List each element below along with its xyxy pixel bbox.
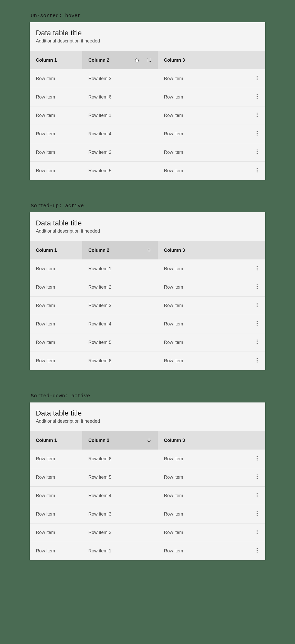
overflow-vertical-icon [257,131,258,137]
svg-point-20 [257,269,258,270]
overflow-menu-button[interactable] [252,454,262,464]
column-header-1[interactable]: Column 1 [30,431,82,450]
column-header-label: Column 2 [88,438,109,443]
row-actions-cell [249,487,265,505]
table-row: Row item Row item 3 Row item [30,296,265,315]
table-title: Data table title [36,219,259,227]
overflow-menu-button[interactable] [252,264,262,274]
row-actions-cell [249,162,265,180]
table-description: Additional description if needed [36,38,259,44]
table-row: Row item Row item 5 Row item [30,161,265,180]
table-row: Row item Row item 5 Row item [30,468,265,486]
svg-point-23 [257,288,258,289]
overflow-menu-button[interactable] [252,546,262,556]
svg-point-36 [257,456,258,457]
row-actions-cell [249,468,265,486]
column-header-label: Column 3 [164,438,185,443]
cell-col-3: Row item [158,352,249,370]
svg-point-31 [257,341,258,342]
column-header-1[interactable]: Column 1 [30,241,82,259]
overflow-menu-button[interactable] [252,301,262,311]
column-header-2-sortable[interactable]: Column 2 [82,241,158,259]
svg-point-26 [257,306,258,307]
column-header-3[interactable]: Column 3 [158,431,249,450]
overflow-menu-button[interactable] [252,92,262,102]
overflow-menu-button[interactable] [252,166,262,176]
cell-col-2: Row item 4 [82,125,158,143]
cell-col-2: Row item 3 [82,69,158,88]
row-actions-cell [249,315,265,333]
row-actions-cell [249,88,265,106]
table-body: Row item Row item 3 Row item Row item Ro… [30,69,265,180]
cell-col-2: Row item 5 [82,162,158,180]
svg-point-1 [257,78,258,79]
svg-point-39 [257,474,258,475]
cell-col-1: Row item [30,505,82,523]
cell-col-1: Row item [30,450,82,468]
column-header-2-sortable[interactable]: Column 2 [82,51,158,69]
cell-col-3: Row item [158,125,249,143]
table-head-row: Column 1 Column 2 Column 3 [30,241,265,259]
row-actions-cell [249,505,265,523]
row-actions-cell [249,259,265,278]
cell-col-1: Row item [30,162,82,180]
table-header: Data table title Additional description … [30,22,265,51]
cell-col-3: Row item [158,106,249,125]
overflow-menu-button[interactable] [252,509,262,519]
table-row: Row item Row item 1 Row item [30,259,265,278]
cell-col-2: Row item 6 [82,88,158,106]
row-actions-cell [249,450,265,468]
cell-col-1: Row item [30,69,82,88]
cell-col-1: Row item [30,125,82,143]
table-body: Row item Row item 6 Row item Row item Ro… [30,450,265,560]
cell-col-3: Row item [158,468,249,486]
overflow-menu-button[interactable] [252,491,262,501]
example-section: Sorted-down: active Data table title Add… [30,393,265,560]
cell-col-2: Row item 5 [82,333,158,352]
svg-point-9 [257,131,258,132]
column-header-3[interactable]: Column 3 [158,241,249,259]
arrows-vertical-icon [146,58,152,63]
svg-point-32 [257,343,258,344]
svg-point-16 [257,170,258,171]
cell-col-3: Row item [158,88,249,106]
overflow-menu-button[interactable] [252,472,262,483]
overflow-menu-button[interactable] [252,73,262,84]
overflow-vertical-icon [257,94,258,100]
table-body: Row item Row item 1 Row item Row item Ro… [30,259,265,370]
overflow-menu-button[interactable] [252,319,262,329]
column-header-label: Column 1 [36,438,57,443]
svg-point-34 [257,360,258,361]
overflow-menu-button[interactable] [252,147,262,158]
table-row: Row item Row item 5 Row item [30,333,265,352]
svg-point-2 [257,79,258,80]
table-row: Row item Row item 2 Row item [30,523,265,542]
svg-point-43 [257,495,258,496]
column-header-2-sortable[interactable]: Column 2 [82,431,158,450]
svg-point-47 [257,515,258,516]
svg-point-50 [257,533,258,534]
overflow-menu-button[interactable] [252,282,262,292]
cell-col-3: Row item [158,259,249,278]
column-header-1[interactable]: Column 1 [30,51,82,69]
overflow-menu-button[interactable] [252,337,262,348]
table-row: Row item Row item 3 Row item [30,69,265,88]
overflow-menu-button[interactable] [252,129,262,139]
overflow-menu-button[interactable] [252,111,262,121]
svg-point-45 [257,511,258,512]
overflow-vertical-icon [257,149,258,155]
svg-point-49 [257,531,258,532]
overflow-menu-button[interactable] [252,528,262,538]
svg-point-46 [257,513,258,514]
cell-col-2: Row item 1 [82,106,158,125]
column-header-actions [249,241,265,259]
overflow-vertical-icon [257,511,258,517]
svg-point-8 [257,116,258,117]
cell-col-1: Row item [30,259,82,278]
svg-point-30 [257,340,258,341]
column-header-3[interactable]: Column 3 [158,51,249,69]
overflow-vertical-icon [257,113,258,118]
overflow-vertical-icon [257,303,258,309]
overflow-menu-button[interactable] [252,356,262,366]
svg-point-18 [257,266,258,267]
